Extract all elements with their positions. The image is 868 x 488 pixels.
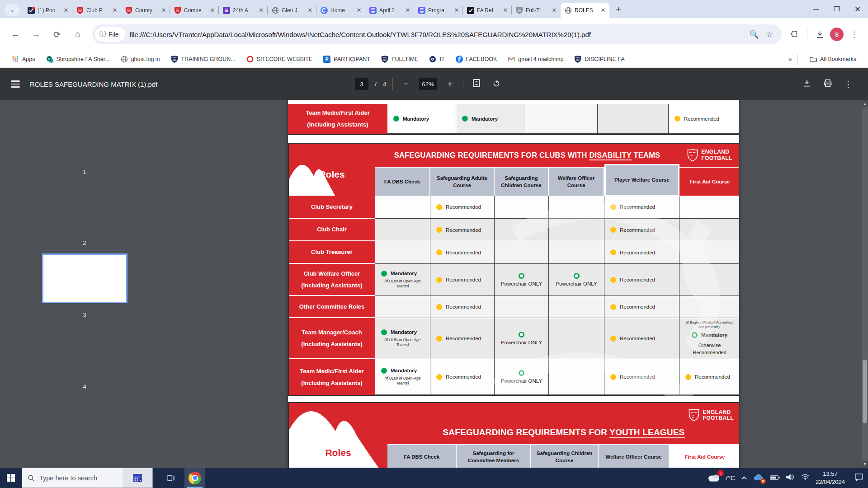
bookmark-it[interactable]: IT: [424, 53, 450, 65]
thumbnail-number-4[interactable]: 4: [0, 383, 169, 390]
thumbnail-page-3-selected[interactable]: [42, 253, 127, 303]
crest-navy-icon: [171, 56, 178, 63]
tab-close-icon[interactable]: ✕: [453, 7, 460, 14]
tab-county[interactable]: County✕: [121, 3, 170, 18]
action-center-icon[interactable]: [854, 473, 863, 483]
page-number-input[interactable]: 3: [355, 78, 368, 90]
tab-close-icon[interactable]: ✕: [160, 7, 167, 14]
tab-close-icon[interactable]: ✕: [111, 7, 118, 14]
tab-club-p[interactable]: Club P✕: [72, 3, 121, 18]
tab-close-icon[interactable]: ✕: [551, 7, 558, 14]
taskbar-chrome-button[interactable]: [184, 468, 205, 488]
table-partial-top: Team Medic/First Aider(Including Assista…: [288, 104, 739, 135]
tab-close-icon[interactable]: ✕: [62, 7, 70, 14]
tab-glen-j[interactable]: Glen J✕: [268, 3, 316, 18]
onedrive-icon[interactable]: [753, 474, 764, 483]
tab-compe[interactable]: Compe✕: [170, 3, 219, 18]
table-cell: [495, 296, 549, 318]
forward-button[interactable]: →: [27, 25, 45, 43]
home-button[interactable]: ⌂: [69, 25, 87, 43]
tab-full-ti[interactable]: Full-Ti✕: [512, 3, 561, 18]
brand-line2: FOOTBALL: [701, 155, 732, 161]
tab-close-icon[interactable]: ✕: [258, 7, 265, 14]
maximize-button[interactable]: ❐: [826, 0, 847, 18]
pdf-print-icon[interactable]: [823, 79, 832, 89]
wifi-icon[interactable]: [801, 474, 810, 482]
bookmark-shropshire-fa-shar-[interactable]: SShropshire FA Shar...: [41, 53, 115, 65]
tab-home[interactable]: Home✕: [316, 3, 365, 18]
bookmark-star-icon[interactable]: ☆: [762, 27, 777, 42]
cell-label: Recommended: [620, 374, 655, 380]
scroll-up-arrow[interactable]: ▲: [862, 100, 868, 108]
tab-april-2[interactable]: April 2✕: [365, 3, 414, 18]
weather-widget[interactable]: 1 7°C: [707, 472, 735, 484]
minimize-button[interactable]: —: [806, 0, 826, 18]
bookmark-participant[interactable]: PPARTICIPANT: [318, 53, 376, 65]
extensions-icon[interactable]: [787, 27, 802, 42]
new-tab-button[interactable]: +: [612, 3, 625, 16]
taskbar-search[interactable]: Type here to search: [22, 468, 153, 488]
battery-icon[interactable]: [770, 474, 780, 482]
bookmark-sitecore-website[interactable]: SITECORE WEBSITE: [241, 53, 318, 65]
tray-expand-chevron[interactable]: [741, 474, 747, 482]
scrollbar-thumb[interactable]: [863, 360, 867, 423]
tab-roles[interactable]: ROLES✕: [561, 3, 609, 18]
bookmark-ghost-log-in[interactable]: ghost log in: [115, 53, 165, 65]
yellow-dot-icon: [610, 249, 616, 255]
file-scheme-chip[interactable]: ⓘ File: [95, 27, 125, 42]
zoom-in-button[interactable]: +: [443, 79, 457, 89]
back-button[interactable]: ←: [6, 25, 24, 43]
profile-avatar[interactable]: S: [830, 28, 844, 41]
tab-close-icon[interactable]: ✕: [599, 7, 607, 14]
tab-search-button[interactable]: ⌄: [5, 4, 20, 16]
bookmark-fulltime[interactable]: FULLTIME: [376, 53, 424, 65]
clock-widget[interactable]: 13:57 22/04/2024: [816, 470, 845, 486]
scroll-down-arrow[interactable]: ▼: [862, 460, 868, 468]
zoom-out-button[interactable]: −: [399, 79, 413, 89]
downloads-icon[interactable]: [812, 27, 827, 42]
bookmark-facebook[interactable]: FACEBOOK: [450, 53, 503, 65]
tab-fa-ref[interactable]: FA Ref✕: [463, 3, 512, 18]
crest-navy-icon: [381, 56, 388, 63]
bookmark-gmail-4-mailchimp[interactable]: gmail 4 mailchimp: [502, 53, 569, 65]
column-header-safeguarding-children-course: Safeguarding Children Course: [495, 168, 549, 197]
thumbnail-number-1[interactable]: 1: [0, 169, 169, 175]
close-button[interactable]: ✕: [847, 0, 868, 18]
brand-line2: FOOTBALL: [703, 415, 734, 421]
start-button[interactable]: [0, 468, 22, 488]
pdf-toolbar: ROLES SAFEGUARDING MATRIX (1).pdf 3 / 4 …: [0, 68, 868, 100]
calendar-widget-button[interactable]: [123, 468, 152, 488]
thumbnail-number-3[interactable]: 3: [0, 311, 169, 318]
all-bookmarks-button[interactable]: All Bookmarks: [804, 53, 862, 65]
tab-close-icon[interactable]: ✕: [502, 7, 509, 14]
pdf-more-icon[interactable]: ⋮: [844, 79, 853, 89]
bookmark-training-groun-[interactable]: TRAINING GROUN...: [165, 53, 241, 65]
pdf-download-icon[interactable]: [802, 79, 811, 89]
tab-24th-a[interactable]: 24th A✕: [219, 3, 268, 18]
rotate-button[interactable]: [490, 79, 503, 89]
volume-icon[interactable]: [786, 474, 795, 483]
zoom-level-input[interactable]: 62%: [419, 78, 437, 90]
tab-close-icon[interactable]: ✕: [355, 7, 363, 14]
bookmarks-overflow-icon[interactable]: »: [788, 55, 791, 63]
table-cell: Recommended: [430, 359, 495, 395]
tab-close-icon[interactable]: ✕: [404, 7, 411, 14]
address-bar[interactable]: ⓘ File file:///C:/Users/VTranter/AppData…: [92, 24, 782, 44]
cell-prenote: (If England Football Accredited, one per…: [679, 320, 739, 329]
bookmark-apps[interactable]: Apps: [6, 53, 41, 65]
pdf-menu-icon[interactable]: [11, 80, 20, 88]
browser-menu-icon[interactable]: ⋮: [846, 27, 862, 42]
tab-label: April 2: [379, 7, 401, 14]
tab-close-icon[interactable]: ✕: [307, 7, 314, 14]
bookmark-discipline-fa[interactable]: DISCIPLINE FA: [569, 53, 630, 65]
tab-close-icon[interactable]: ✕: [209, 7, 216, 14]
reload-button[interactable]: ⟳: [48, 25, 66, 43]
zoom-icon[interactable]: 🔍: [746, 27, 762, 42]
tab--1-poo[interactable]: (1) Poo✕: [24, 3, 72, 18]
thumbnail-number-2[interactable]: 2: [0, 239, 169, 246]
scrollbar[interactable]: ▲ ▼: [862, 100, 868, 468]
cell-afternote: Otherwise Recommended: [679, 342, 739, 357]
fit-page-button[interactable]: [470, 79, 483, 90]
task-view-button[interactable]: [160, 468, 181, 488]
tab-progra[interactable]: Progra✕: [414, 3, 463, 18]
